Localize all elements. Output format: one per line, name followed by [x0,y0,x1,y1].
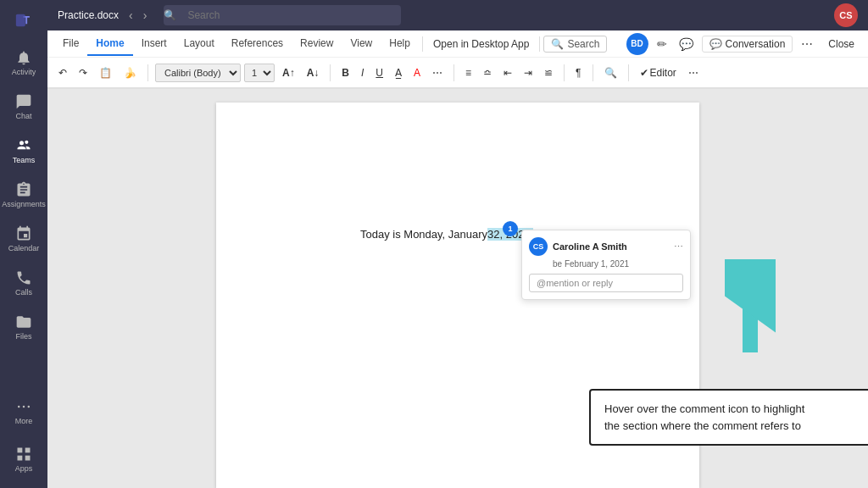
comment-header: CS Caroline A Smith ⋯ [529,237,683,256]
sidebar-item-files[interactable]: Files [0,305,47,349]
nav-back-icon[interactable]: ‹ [125,8,136,22]
sidebar-item-activity[interactable]: Activity [0,41,47,85]
tab-insert[interactable]: Insert [133,32,175,56]
ribbon-search-icon: 🔍 [551,38,564,50]
titlebar-search-container: 🔍 [157,5,401,25]
separator1 [422,36,423,52]
editor-icon: ✔ [640,67,648,79]
comment-panel: CS Caroline A Smith ⋯ be February 1, 202… [521,230,691,300]
bold-button[interactable]: B [337,65,353,80]
font-size-select[interactable]: 11 [244,64,275,82]
highlight-button[interactable]: A̲ [391,65,406,80]
ribbon-right-controls: BD ✏ 💬 💬 Conversation ⋯ Close [626,33,861,55]
annotation-text-line1: Hover over the comment icon to highlight [604,402,804,415]
svg-rect-9 [25,456,31,461]
conversation-label: Conversation [726,38,786,50]
format-painter-button[interactable]: 🍌 [120,65,141,80]
font-color-button[interactable]: A [409,65,425,80]
sidebar-item-assignments[interactable]: Assignments [0,173,47,217]
sidebar-item-calendar[interactable]: Calendar [0,217,47,261]
main-area: Practice.docx ‹ › 🔍 CS File Home Insert … [47,0,868,488]
tb-sep6 [628,64,629,81]
font-name-select[interactable]: Calibri (Body) [155,64,241,82]
svg-rect-7 [25,448,31,453]
comment-date: be February 1, 2021 [553,259,683,269]
svg-point-5 [28,406,31,408]
ribbon-area: File Home Insert Layout References Revie… [47,30,868,89]
underline-button[interactable]: U [371,65,387,80]
tab-home[interactable]: Home [87,32,132,56]
numbering-button[interactable]: ≏ [479,65,496,80]
sidebar-bottom: More Apps [0,390,47,488]
comment-reply-box[interactable]: @mention or reply [529,274,683,292]
svg-rect-0 [16,14,25,27]
annotation-text-line2: the section where the comment refers to [604,419,801,432]
svg-marker-12 [729,259,771,285]
close-button[interactable]: Close [821,36,861,52]
open-desktop-button[interactable]: Open in Desktop App [426,36,536,52]
comment-icon-ribbon[interactable]: 💬 [676,36,697,53]
ribbon-tab-row: File Home Insert Layout References Revie… [47,30,868,58]
nav-forward-icon[interactable]: › [140,8,151,22]
clipboard-button[interactable]: 📋 [95,65,116,80]
titlebar: Practice.docx ‹ › 🔍 CS [47,0,868,30]
ribbon-search-label: Search [567,38,599,50]
font-grow-button[interactable]: A↑ [278,65,299,80]
tab-help[interactable]: Help [381,32,419,56]
titlebar-search-icon: 🔍 [164,9,176,21]
sidebar-item-apps[interactable]: Apps [0,437,47,481]
more-toolbar-button[interactable]: ⋯ [684,65,703,80]
svg-rect-8 [18,456,23,461]
tb-sep3 [453,64,454,81]
tb-sep5 [593,64,593,81]
editor-button[interactable]: ✔ Editor [636,65,681,80]
indent-button[interactable]: ⇥ [520,65,537,80]
svg-point-1 [19,141,24,145]
outdent-button[interactable]: ⇤ [499,65,516,80]
doc-title: Practice.docx [58,9,119,21]
font-shrink-button[interactable]: A↓ [303,65,324,80]
toolbar: ↶ ↷ 📋 🍌 Calibri (Body) 11 A↑ A↓ B I U A̲… [47,58,868,88]
doc-page: Today is Monday, January 32, 2021. 1 Cli… [216,103,699,488]
comment-author-name: Caroline A Smith [553,241,669,252]
tab-file[interactable]: File [54,32,87,56]
separator2 [539,36,540,52]
svg-point-4 [23,406,25,408]
redo-button[interactable]: ↷ [75,65,92,80]
more-options-button[interactable]: ⋯ [798,36,816,53]
bullets-button[interactable]: ≡ [461,65,476,80]
svg-point-3 [18,406,20,408]
tb-sep2 [330,64,331,81]
italic-button[interactable]: I [357,65,368,80]
ribbon-search-box[interactable]: 🔍 Search [543,36,607,53]
undo-button[interactable]: ↶ [54,65,71,80]
find-button[interactable]: 🔍 [600,65,621,80]
sidebar-item-chat[interactable]: Chat [0,85,47,129]
comment-options-button[interactable]: ⋯ [674,241,683,252]
tab-references[interactable]: References [223,32,292,56]
user-avatar[interactable]: CS [834,3,858,27]
sidebar-item-more[interactable]: More [0,390,47,434]
paragraph-style-button[interactable]: ¶ [571,65,585,80]
conversation-icon: 💬 [709,38,722,50]
sidebar-item-teams[interactable]: Teams [0,129,47,173]
teams-logo-icon [0,0,47,41]
tab-view[interactable]: View [342,32,381,56]
annotation-box: Hover over the comment icon to highlight… [589,389,868,446]
teal-arrow-annotation [725,259,776,361]
conversation-button[interactable]: 💬 Conversation [702,36,793,53]
doc-text-before: Today is Monday, January [360,228,487,241]
tab-review[interactable]: Review [292,32,342,56]
titlebar-search-input[interactable] [164,5,401,25]
sidebar-item-calls[interactable]: Calls [0,261,47,305]
more-font-button[interactable]: ⋯ [428,65,447,80]
document-area: Today is Monday, January 32, 2021. 1 Cli… [47,89,868,488]
drawing-icon[interactable]: ✏ [654,36,670,53]
sidebar: Activity Chat Teams Assignments Calendar… [0,0,47,488]
comment-count-badge[interactable]: 1 [503,221,518,236]
tb-sep1 [147,64,148,81]
align-button[interactable]: ≌ [540,65,557,80]
author-avatar-bd[interactable]: BD [626,33,648,55]
comment-author-avatar: CS [529,237,548,256]
tab-layout[interactable]: Layout [175,32,223,56]
